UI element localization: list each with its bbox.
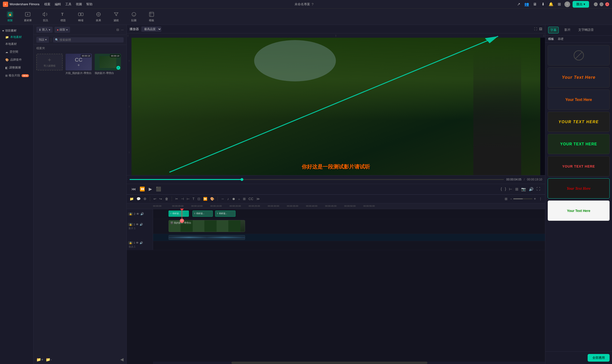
subtitle-clip-2[interactable]: T 你好这... <box>193 210 213 217</box>
apply-all-button[interactable]: 全部應用 <box>588 354 610 362</box>
progress-track[interactable] <box>130 179 504 180</box>
title-card-3[interactable]: YOUR TEXT HERE <box>548 112 610 132</box>
image-icon[interactable]: 🖼 <box>539 27 542 31</box>
import-placeholder[interactable]: + 導入媒體檔 <box>36 54 63 75</box>
import-button[interactable]: ⬇ 匯入 ▾ <box>36 27 53 33</box>
color-icon[interactable]: 🎨 <box>210 196 215 201</box>
audio-track-vol-icon[interactable]: 🔊 <box>139 241 143 244</box>
left-item-local[interactable]: 📁 本地素材 <box>0 34 33 40</box>
tab-speech[interactable]: 文字轉語音 <box>576 27 596 33</box>
user-avatar[interactable]: U <box>564 1 570 7</box>
zoom-out-icon[interactable]: - <box>510 196 512 201</box>
export-button[interactable]: 匯出 ▾ <box>572 1 589 8</box>
share-icon[interactable]: ↗ <box>516 1 521 7</box>
subtab-templates[interactable]: 模板 <box>548 37 554 41</box>
maximize-button[interactable]: □ <box>599 2 603 6</box>
notification-icon[interactable]: 🔔 <box>548 1 554 7</box>
zoom-in-icon[interactable]: + <box>533 196 536 201</box>
rewind-button[interactable]: ⏮ <box>131 187 136 192</box>
project-assets-section[interactable]: ▾ 項目素材 <box>0 27 33 34</box>
subtitle-clip-1[interactable]: T 你好这... <box>168 210 189 217</box>
add-subtitle-icon[interactable]: 💬 <box>136 196 141 201</box>
record-button[interactable]: ● 錄製 ▾ <box>55 27 70 33</box>
delete-folder-icon[interactable]: 📁- <box>46 357 52 362</box>
audio-lock-icon[interactable]: 🔒 <box>128 241 133 244</box>
video-track-eye-icon[interactable]: 👁 <box>136 223 139 226</box>
minimize-button[interactable]: ─ <box>594 2 598 6</box>
media-item-video[interactable]: 00:00:19 ✓ 我的影片-帶旁白 <box>95 54 121 75</box>
motion-icon[interactable]: ↔ <box>221 196 225 201</box>
subtab-basics[interactable]: 基礎 <box>558 37 563 41</box>
split-audio-icon[interactable]: ⊢ <box>186 196 190 201</box>
title-card-6[interactable]: Your Text Here <box>548 178 610 199</box>
new-folder-icon[interactable]: 📁+ <box>36 357 43 362</box>
download-icon[interactable]: ⬇ <box>540 1 546 7</box>
left-item-blend[interactable]: ◧ 調整圖層 <box>0 65 33 71</box>
tab-titles[interactable]: 字幕 <box>548 27 559 33</box>
audio-tl-icon[interactable]: ♪ <box>227 196 229 201</box>
subtitle-tl-icon[interactable]: CC <box>248 196 254 201</box>
audio-track-eye-icon[interactable]: 👁 <box>136 241 139 245</box>
toolbar-audio[interactable]: 音訊 <box>40 11 51 22</box>
settings-icon[interactable]: ⚙ <box>143 196 147 201</box>
title-card-1[interactable]: Your Text Here <box>548 67 610 88</box>
toolbar-filter[interactable]: 濾鏡 <box>111 11 122 22</box>
timeline-scrollbar[interactable] <box>153 362 545 364</box>
speed-icon[interactable]: ⏩ <box>203 196 208 201</box>
quality-select[interactable]: 最高品質 <box>141 26 161 32</box>
toolbar-title[interactable]: T 標題 <box>58 11 68 22</box>
left-item-local-media[interactable]: 本地素材 <box>0 41 33 47</box>
step-back-button[interactable]: ⏪ <box>139 186 145 192</box>
title-card-none[interactable] <box>548 45 610 65</box>
grid-icon[interactable]: ⊞ <box>556 1 562 7</box>
subtitle-track-volume-icon[interactable]: 🔊 <box>140 212 144 216</box>
text-clip-icon[interactable]: T <box>192 196 195 201</box>
scrollbar-thumb[interactable] <box>231 362 428 364</box>
undo-icon[interactable]: ↩ <box>153 196 157 201</box>
more-tl-icon[interactable]: ≫ <box>256 196 260 201</box>
toolbar-burn[interactable]: 🔥 燒製 <box>5 11 15 22</box>
toolbar-transition[interactable]: 轉場 <box>76 11 86 22</box>
close-button[interactable]: ✕ <box>605 2 609 6</box>
people-icon[interactable]: 👥 <box>524 1 529 7</box>
left-item-brand[interactable]: 🎨 品牌套件 <box>0 57 33 63</box>
filter-media-icon[interactable]: ⊟ <box>116 28 119 31</box>
collapse-panel-icon[interactable]: ◀ <box>120 357 124 362</box>
toolbar-effect[interactable]: 效果 <box>93 11 104 22</box>
screen-icon[interactable]: ⊞ <box>515 187 518 191</box>
title-card-2[interactable]: Your Text Here <box>548 90 610 110</box>
toolbar-media[interactable]: 素材庫 <box>23 11 33 22</box>
tl-more-icon[interactable]: ⋮ <box>538 196 543 201</box>
preset-button[interactable]: 預設 ▾ <box>36 37 49 43</box>
subtitle-clip-3[interactable]: T 你好这... <box>215 210 236 217</box>
title-card-7[interactable]: Your Text Here <box>548 200 610 221</box>
help-icon[interactable]: ? <box>311 2 313 6</box>
crop-icon[interactable]: ⊡ <box>197 196 201 201</box>
menu-edit[interactable]: 編輯 <box>55 2 61 6</box>
more-options-icon[interactable]: ··· <box>121 28 124 31</box>
stop-button[interactable]: ⬛ <box>156 186 161 192</box>
delete-icon[interactable]: 🗑 <box>165 196 169 201</box>
video-lock-icon[interactable]: 🔒 <box>128 223 133 226</box>
trim-icon[interactable]: ⊣ <box>181 196 184 201</box>
menu-file[interactable]: 檔案 <box>44 2 50 6</box>
search-input[interactable] <box>59 38 122 41</box>
monitor-icon[interactable]: 🖥 <box>532 1 538 7</box>
fullscreen-ctrl-icon[interactable]: ⛶ <box>536 187 540 191</box>
toolbar-sticker[interactable]: 貼圖 <box>129 11 139 22</box>
record-tl-icon[interactable]: ⏺ <box>231 196 236 201</box>
snap-icon[interactable]: ⊞ <box>242 196 246 201</box>
menu-help[interactable]: 幫助 <box>86 2 93 6</box>
mark-in-icon[interactable]: { <box>501 187 502 191</box>
menu-view[interactable]: 視圖 <box>76 2 82 6</box>
split-icon[interactable]: ⊢ <box>509 187 512 191</box>
screenshot-icon[interactable]: 📷 <box>521 187 526 191</box>
subtitle-track-eye-icon[interactable]: 👁 <box>136 212 139 216</box>
left-item-composite[interactable]: ⊞ 複合片段 NEW <box>0 73 33 78</box>
toolbar-template[interactable]: 模板 <box>146 11 157 22</box>
video-track-vol-icon[interactable]: 🔊 <box>139 223 143 226</box>
fullscreen-icon[interactable]: ⛶ <box>534 27 537 31</box>
media-item-cc[interactable]: 00:00:19 CC + 片段_我的影片-帶旁白 <box>66 54 92 75</box>
marker-icon[interactable]: ⬦ <box>238 196 240 201</box>
cut-icon[interactable]: ✂ <box>175 196 179 201</box>
